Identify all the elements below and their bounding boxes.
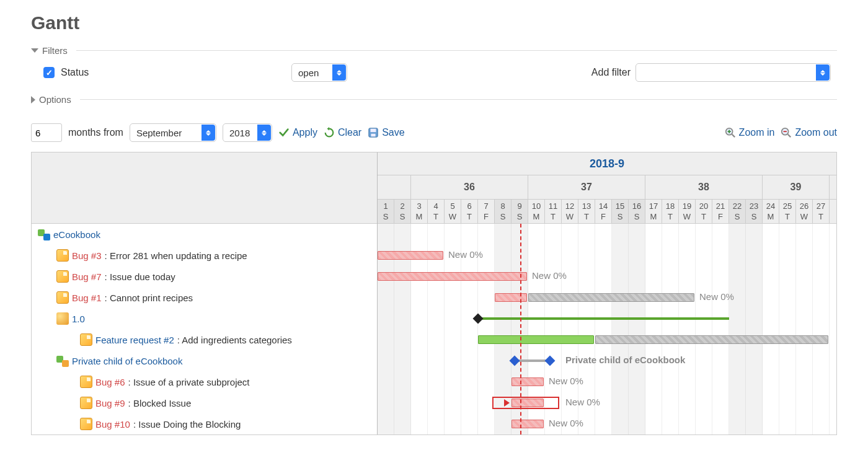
issue-link[interactable]: Bug #10 [95,419,130,430]
month-select-value: September [136,128,182,138]
gantt-bar[interactable] [378,272,527,281]
status-checkbox[interactable] [43,67,55,78]
issue-subject: : Issue of a private subproject [128,377,250,387]
months-input[interactable] [31,123,62,142]
gantt-month-header[interactable]: 2018-9 [378,152,836,175]
issue-subject: : Cannot print recipes [105,293,193,303]
filters-fieldset: Filters Status open Add filter [31,43,837,87]
gantt-bar[interactable] [528,293,694,302]
gantt-bar-label: Private child of eCookbook [565,355,685,365]
divider [80,99,837,100]
gantt-days-header: 1S2S3M4T5W6T7F8S9S10M11T12W13T14F15S16S1… [378,200,836,224]
ticket-icon [80,397,92,409]
months-from-label: months from [68,127,123,138]
diamond-icon [545,356,556,366]
project-icon [38,228,50,240]
gantt-bar[interactable] [512,377,544,386]
gantt-subject-row: Bug #10: Issue Doing the Blocking [32,413,377,434]
gantt-bar[interactable] [512,420,544,428]
gantt-bar[interactable] [478,335,594,344]
day-header: 1S [378,200,394,223]
issue-link[interactable]: Bug #6 [95,377,125,387]
day-header: 17M [645,200,662,223]
gantt-subjects-column: eCookbookBug #3: Error 281 when updating… [32,152,378,434]
gantt-bar[interactable] [595,335,828,344]
options-fieldset: Options [31,92,837,107]
gantt-subject-rows: eCookbookBug #3: Error 281 when updating… [32,224,377,434]
svg-rect-1 [371,129,376,132]
day-header: 14F [595,200,612,223]
ticket-icon [56,249,69,262]
issue-link[interactable]: Bug #9 [95,398,125,408]
day-header: 12W [562,200,578,223]
issue-link[interactable]: Bug #1 [72,293,102,303]
reload-icon [324,127,335,138]
ticket-icon [80,418,92,430]
gantt-bar-row: New 0% [378,287,836,308]
check-icon [278,127,290,138]
week-header: 36 [411,175,528,199]
filters-legend-label: Filters [42,45,68,56]
year-select-value: 2018 [229,128,250,138]
gantt-bar[interactable] [378,251,443,260]
zoom-out-link[interactable]: Zoom out [781,127,837,138]
issue-subject: : Issue Doing the Blocking [133,419,241,430]
version-icon [56,312,69,325]
today-line [520,224,521,434]
project-icon [56,355,69,367]
day-header: 25T [779,200,796,223]
version-link[interactable]: 1.0 [72,314,85,324]
controls-row: months from September 2018 Apply Clear S… [31,112,837,152]
day-header: 9S [512,200,528,223]
day-header: 24M [763,200,779,223]
select-arrows-icon [332,64,346,81]
week-header [378,175,411,199]
gantt-body: New 0%New 0%New 0%Private child of eCook… [378,224,836,434]
disk-icon [368,127,379,138]
gantt-chart: eCookbookBug #3: Error 281 when updating… [31,152,837,435]
gantt-bar-row [378,308,836,329]
add-filter-select[interactable] [636,63,831,82]
issue-subject: : Error 281 when updating a recipe [105,250,247,261]
gantt-subject-row: Bug #7: Issue due today [32,266,377,287]
project-link[interactable]: eCookbook [53,229,100,240]
gantt-bar-row: New 0% [378,413,836,434]
save-link[interactable]: Save [368,127,404,138]
issue-link[interactable]: Bug #3 [72,250,102,261]
add-filter-label: Add filter [591,67,631,78]
gantt-subject-row: Private child of eCookbook [32,350,377,371]
day-header: 13T [578,200,595,223]
ticket-icon [56,270,69,283]
select-arrows-icon [257,125,271,141]
gantt-bar-row: New 0% [378,245,836,266]
gantt-subject-row: Feature request #2: Add ingredients cate… [32,329,377,350]
apply-link[interactable]: Apply [278,127,317,138]
version-bar[interactable] [474,317,729,320]
year-select[interactable]: 2018 [223,123,272,142]
clear-link[interactable]: Clear [324,127,361,138]
day-header: 4T [428,200,445,223]
day-header: 22S [729,200,746,223]
gantt-bar-row: Private child of eCookbook [378,350,836,371]
ticket-icon [80,376,92,388]
options-legend-label: Options [39,94,71,105]
divider [76,50,837,51]
status-operator-select[interactable]: open [291,63,347,82]
day-header: 20T [696,200,712,223]
zoom-in-link[interactable]: Zoom in [725,127,775,138]
issue-link[interactable]: Feature request #2 [95,335,174,345]
diamond-icon [510,356,520,366]
issue-link[interactable]: Bug #7 [72,271,102,282]
status-operator-value: open [298,68,319,78]
gantt-bar[interactable] [495,293,527,302]
day-header: 7F [478,200,495,223]
day-header: 19W [679,200,696,223]
options-legend[interactable]: Options [31,92,837,107]
day-header: 26W [796,200,813,223]
gantt-subject-row: Bug #1: Cannot print recipes [32,287,377,308]
filters-legend[interactable]: Filters [31,43,837,58]
day-header: 11T [545,200,562,223]
day-header: 5W [445,200,461,223]
month-select[interactable]: September [130,123,216,142]
project-link[interactable]: Private child of eCookbook [72,356,182,366]
